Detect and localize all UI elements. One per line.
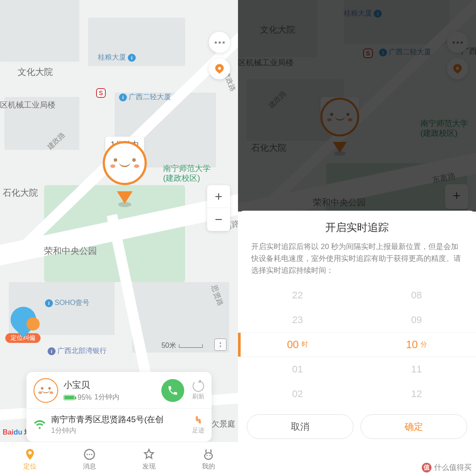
zoom-out-button[interactable]: − [207, 208, 230, 231]
poi-guiliang[interactable]: 桂粮大厦i [98, 53, 136, 62]
nav-mine[interactable]: 我的 [178, 442, 238, 476]
svg-point-2 [89, 454, 90, 455]
map-label: (建政校区) [163, 173, 200, 183]
wifi-icon [33, 419, 46, 431]
battery-icon [63, 395, 75, 400]
label-xjt: 欠景庭 [212, 419, 235, 429]
address-time: 1分钟内 [51, 426, 187, 435]
modal-backdrop[interactable] [238, 0, 476, 212]
poi-guangxi2[interactable]: i广西二轻大厦 [119, 93, 171, 102]
confirm-button[interactable]: 确定 [361, 414, 467, 439]
star-icon [142, 448, 156, 461]
sheet-title: 开启实时追踪 [238, 211, 476, 241]
address-text: 南宁市青秀区思贤路45号(在创 [51, 414, 187, 425]
phone-left: 文化大院 区机械工业局楼 桂粮大厦i S i广西二轻大厦 建政路 建政路 南宁师… [0, 0, 238, 476]
footprint-icon [193, 415, 204, 426]
map-label: 石化大院 [3, 187, 38, 199]
tracking-sheet: 开启实时追踪 开启实时追踪后将以 20 秒为间隔实时上报最新位置，但是会加快设备… [238, 211, 476, 476]
satellite-icon [214, 63, 225, 74]
svg-point-5 [209, 455, 210, 456]
nav-locate[interactable]: 定位 [0, 442, 60, 476]
scale-bar: 50米 [161, 341, 203, 350]
watermark-icon: 值 [422, 463, 431, 472]
avatar[interactable] [33, 378, 58, 403]
poi-soho[interactable]: iSOHO壹号 [45, 298, 89, 308]
device-name: 小宝贝 [63, 379, 156, 391]
refresh-icon [193, 380, 204, 392]
watermark: 值 什么值得买 [422, 462, 472, 472]
battery-time: 1分钟内 [94, 393, 119, 402]
picker-minutes[interactable]: 08 09 10分 11 12 [357, 283, 476, 406]
satellite-button[interactable] [209, 58, 230, 79]
zoom-in-button[interactable]: + [207, 185, 230, 208]
sheet-description: 开启实时追踪后将以 20 秒为间隔实时上报最新位置，但是会加快设备耗电速度，室外… [238, 241, 476, 283]
refresh-button[interactable]: 刷新 [192, 380, 205, 401]
pin-icon [23, 448, 37, 461]
compass-icon[interactable] [214, 338, 227, 351]
cancel-button[interactable]: 取消 [247, 414, 353, 439]
zoom-controls: + − [207, 185, 230, 231]
svg-point-3 [91, 454, 92, 455]
footprint-button[interactable]: 足迹 [192, 415, 205, 435]
map-label: 区机械工业局楼 [0, 100, 56, 110]
time-picker[interactable]: 22 23 00时 01 02 08 09 10分 11 12 [238, 283, 476, 406]
picker-hours[interactable]: 22 23 00时 01 02 [238, 283, 357, 406]
svg-point-4 [206, 455, 208, 456]
battery-percent: 95% [78, 394, 92, 402]
phone-right: 文化大院 桂粮大厦i 区机械工业局楼 S i广西二轻大厦 广西南 建政路 南宁师… [238, 0, 476, 476]
phone-icon [167, 385, 178, 396]
map-label: 南宁师范大学 [163, 163, 211, 174]
poi-beibu[interactable]: i广西北部湾银行 [48, 346, 107, 356]
location-marker[interactable] [98, 141, 151, 212]
map-label: 文化大院 [18, 66, 53, 78]
map-label: 荣和中央公园 [44, 245, 97, 257]
info-card: 小宝贝 95% 1分钟内 刷新 南宁市青秀区思贤路45号(在创 1分钟内 [26, 372, 212, 442]
svg-point-1 [86, 454, 88, 455]
bottom-nav: 定位 消息 发现 我的 [0, 442, 238, 476]
location-correction[interactable]: 定位纠偏 [5, 307, 41, 343]
more-button[interactable] [209, 32, 230, 53]
bunny-icon [202, 448, 215, 461]
metro-icon: S [96, 88, 106, 98]
nav-messages[interactable]: 消息 [60, 442, 119, 476]
call-button[interactable] [161, 379, 184, 402]
nav-discover[interactable]: 发现 [119, 442, 178, 476]
chat-icon [83, 448, 96, 461]
